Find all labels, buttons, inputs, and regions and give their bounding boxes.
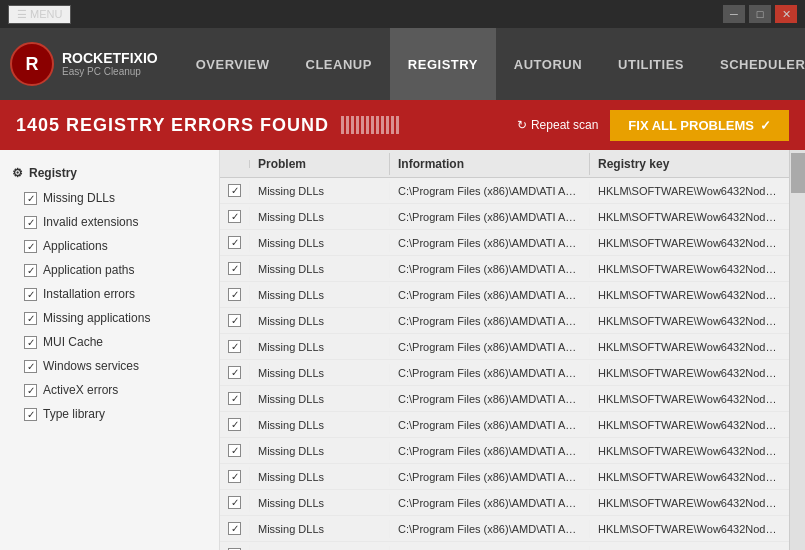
repeat-icon: ↻ bbox=[517, 118, 527, 132]
table-row[interactable]: ✓ Missing DLLs C:\Program Files (x86)\AM… bbox=[220, 230, 789, 256]
row-problem-9: Missing DLLs bbox=[250, 416, 390, 434]
table-area: Problem Information Registry key ✓ Missi… bbox=[220, 150, 789, 550]
sidebar-item-activex-errors[interactable]: ✓ ActiveX errors bbox=[0, 378, 219, 402]
nav-scheduler[interactable]: SCHEDULER bbox=[702, 28, 805, 100]
row-info-1: C:\Program Files (x86)\AMD\ATI AC... bbox=[390, 208, 590, 226]
maximize-button[interactable]: □ bbox=[749, 5, 771, 23]
registry-icon: ⚙ bbox=[12, 166, 23, 180]
sidebar-item-application-paths[interactable]: ✓ Application paths bbox=[0, 258, 219, 282]
row-checkbox-cell[interactable]: ✓ bbox=[220, 389, 250, 408]
sidebar-item-invalid-extensions[interactable]: ✓ Invalid extensions bbox=[0, 210, 219, 234]
checkbox-invalid-extensions[interactable]: ✓ bbox=[24, 216, 37, 229]
row-checkbox-cell[interactable]: ✓ bbox=[220, 467, 250, 486]
row-checkbox-4[interactable]: ✓ bbox=[228, 288, 241, 301]
sidebar-item-missing-dlls[interactable]: ✓ Missing DLLs bbox=[0, 186, 219, 210]
row-key-6: HKLM\SOFTWARE\Wow6432Node\Microsoft... bbox=[590, 338, 789, 356]
sidebar-item-windows-services[interactable]: ✓ Windows services bbox=[0, 354, 219, 378]
sidebar-item-installation-errors[interactable]: ✓ Installation errors bbox=[0, 282, 219, 306]
menu-button[interactable]: ☰ MENU bbox=[8, 5, 71, 24]
row-checkbox-cell[interactable]: ✓ bbox=[220, 181, 250, 200]
row-info-8: C:\Program Files (x86)\AMD\ATI AC... bbox=[390, 390, 590, 408]
row-checkbox-cell[interactable]: ✓ bbox=[220, 233, 250, 252]
row-checkbox-cell[interactable]: ✓ bbox=[220, 259, 250, 278]
row-info-4: C:\Program Files (x86)\AMD\ATI AC... bbox=[390, 286, 590, 304]
table-row[interactable]: ✓ Missing DLLs C:\Program Files (x86)\AM… bbox=[220, 542, 789, 550]
minimize-button[interactable]: ─ bbox=[723, 5, 745, 23]
row-checkbox-cell[interactable]: ✓ bbox=[220, 363, 250, 382]
row-checkbox-2[interactable]: ✓ bbox=[228, 236, 241, 249]
scrollbar-thumb[interactable] bbox=[791, 153, 805, 193]
row-checkbox-cell[interactable]: ✓ bbox=[220, 337, 250, 356]
col-header-info: Information bbox=[390, 153, 590, 175]
row-key-8: HKLM\SOFTWARE\Wow6432Node\Microsoft... bbox=[590, 390, 789, 408]
row-checkbox-cell[interactable]: ✓ bbox=[220, 311, 250, 330]
nav-items: OVERVIEW CLEANUP REGISTRY AUTORUN UTILIT… bbox=[178, 28, 805, 100]
nav-overview[interactable]: OVERVIEW bbox=[178, 28, 288, 100]
row-info-12: C:\Program Files (x86)\AMD\ATI AC... bbox=[390, 494, 590, 512]
row-checkbox-9[interactable]: ✓ bbox=[228, 418, 241, 431]
sidebar-item-missing-applications[interactable]: ✓ Missing applications bbox=[0, 306, 219, 330]
row-checkbox-cell[interactable]: ✓ bbox=[220, 415, 250, 434]
fix-all-button[interactable]: FIX ALL PROBLEMS ✓ bbox=[610, 110, 789, 141]
table-row[interactable]: ✓ Missing DLLs C:\Program Files (x86)\AM… bbox=[220, 308, 789, 334]
nav-utilities[interactable]: UTILITIES bbox=[600, 28, 702, 100]
logo-icon: R bbox=[10, 42, 54, 86]
row-checkbox-3[interactable]: ✓ bbox=[228, 262, 241, 275]
repeat-scan-link[interactable]: ↻ Repeat scan bbox=[517, 118, 598, 132]
close-button[interactable]: ✕ bbox=[775, 5, 797, 23]
nav-autorun[interactable]: AUTORUN bbox=[496, 28, 600, 100]
row-checkbox-cell[interactable]: ✓ bbox=[220, 545, 250, 550]
sidebar-item-type-library[interactable]: ✓ Type library bbox=[0, 402, 219, 426]
row-key-2: HKLM\SOFTWARE\Wow6432Node\Microsoft... bbox=[590, 234, 789, 252]
nav-cleanup[interactable]: CLEANUP bbox=[288, 28, 390, 100]
table-row[interactable]: ✓ Missing DLLs C:\Program Files (x86)\AM… bbox=[220, 360, 789, 386]
checkbox-activex-errors[interactable]: ✓ bbox=[24, 384, 37, 397]
table-row[interactable]: ✓ Missing DLLs C:\Program Files (x86)\AM… bbox=[220, 178, 789, 204]
row-checkbox-13[interactable]: ✓ bbox=[228, 522, 241, 535]
row-checkbox-1[interactable]: ✓ bbox=[228, 210, 241, 223]
row-checkbox-0[interactable]: ✓ bbox=[228, 184, 241, 197]
col-header-check bbox=[220, 160, 250, 168]
row-checkbox-6[interactable]: ✓ bbox=[228, 340, 241, 353]
table-row[interactable]: ✓ Missing DLLs C:\Program Files (x86)\AM… bbox=[220, 282, 789, 308]
scrollbar-track[interactable] bbox=[789, 150, 805, 550]
row-checkbox-cell[interactable]: ✓ bbox=[220, 519, 250, 538]
table-row[interactable]: ✓ Missing DLLs C:\Program Files (x86)\AM… bbox=[220, 412, 789, 438]
row-checkbox-cell[interactable]: ✓ bbox=[220, 207, 250, 226]
row-checkbox-10[interactable]: ✓ bbox=[228, 444, 241, 457]
row-checkbox-5[interactable]: ✓ bbox=[228, 314, 241, 327]
row-problem-12: Missing DLLs bbox=[250, 494, 390, 512]
row-checkbox-12[interactable]: ✓ bbox=[228, 496, 241, 509]
checkbox-missing-applications[interactable]: ✓ bbox=[24, 312, 37, 325]
table-row[interactable]: ✓ Missing DLLs C:\Program Files (x86)\AM… bbox=[220, 386, 789, 412]
table-row[interactable]: ✓ Missing DLLs C:\Program Files (x86)\AM… bbox=[220, 516, 789, 542]
checkbox-mui-cache[interactable]: ✓ bbox=[24, 336, 37, 349]
table-row[interactable]: ✓ Missing DLLs C:\Program Files (x86)\AM… bbox=[220, 256, 789, 282]
row-checkbox-cell[interactable]: ✓ bbox=[220, 285, 250, 304]
checkbox-missing-dlls[interactable]: ✓ bbox=[24, 192, 37, 205]
progress-lines bbox=[341, 116, 399, 134]
checkbox-type-library[interactable]: ✓ bbox=[24, 408, 37, 421]
sidebar-item-mui-cache[interactable]: ✓ MUI Cache bbox=[0, 330, 219, 354]
row-problem-7: Missing DLLs bbox=[250, 364, 390, 382]
progress-line-11 bbox=[391, 116, 394, 134]
table-row[interactable]: ✓ Missing DLLs C:\Program Files (x86)\AM… bbox=[220, 490, 789, 516]
checkbox-installation-errors[interactable]: ✓ bbox=[24, 288, 37, 301]
checkbox-applications[interactable]: ✓ bbox=[24, 240, 37, 253]
nav-registry[interactable]: REGISTRY bbox=[390, 28, 496, 100]
table-row[interactable]: ✓ Missing DLLs C:\Program Files (x86)\AM… bbox=[220, 438, 789, 464]
sidebar-item-applications[interactable]: ✓ Applications bbox=[0, 234, 219, 258]
main-content: ⚙ Registry ✓ Missing DLLs ✓ Invalid exte… bbox=[0, 150, 805, 550]
row-checkbox-7[interactable]: ✓ bbox=[228, 366, 241, 379]
row-checkbox-11[interactable]: ✓ bbox=[228, 470, 241, 483]
row-info-3: C:\Program Files (x86)\AMD\ATI AC... bbox=[390, 260, 590, 278]
row-checkbox-cell[interactable]: ✓ bbox=[220, 493, 250, 512]
checkbox-application-paths[interactable]: ✓ bbox=[24, 264, 37, 277]
row-info-11: C:\Program Files (x86)\AMD\ATI AC... bbox=[390, 468, 590, 486]
table-row[interactable]: ✓ Missing DLLs C:\Program Files (x86)\AM… bbox=[220, 204, 789, 230]
table-row[interactable]: ✓ Missing DLLs C:\Program Files (x86)\AM… bbox=[220, 464, 789, 490]
row-checkbox-8[interactable]: ✓ bbox=[228, 392, 241, 405]
row-checkbox-cell[interactable]: ✓ bbox=[220, 441, 250, 460]
table-row[interactable]: ✓ Missing DLLs C:\Program Files (x86)\AM… bbox=[220, 334, 789, 360]
checkbox-windows-services[interactable]: ✓ bbox=[24, 360, 37, 373]
